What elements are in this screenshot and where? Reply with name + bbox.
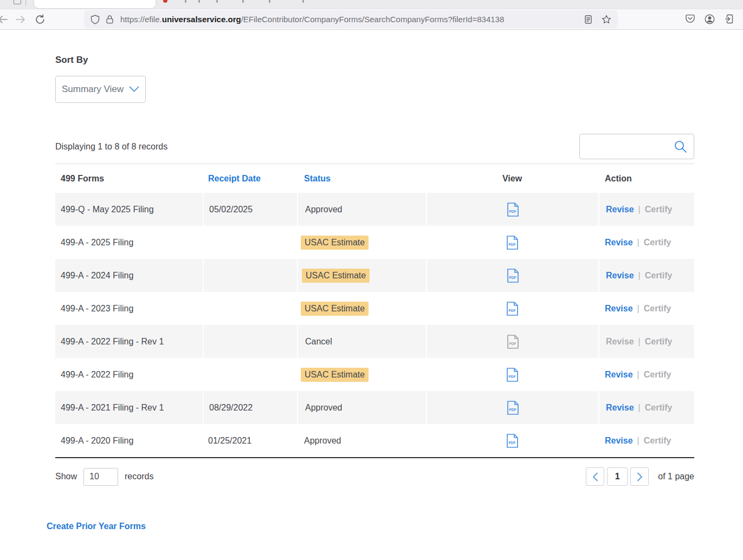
revise-link[interactable]: Revise — [606, 205, 634, 214]
pdf-icon[interactable]: PDF — [506, 367, 519, 382]
status-cell: Cancel — [297, 325, 426, 358]
back-button[interactable] — [0, 14, 8, 25]
header-receipt-date[interactable]: Receipt Date — [203, 164, 297, 193]
receipt-date: 05/02/2025 — [209, 205, 253, 214]
table-row: 499-A - 2022 Filing USAC Estimate PDF Re… — [55, 358, 694, 391]
certify-link: Certify — [645, 205, 673, 214]
active-tab[interactable] — [34, 0, 156, 8]
url-bar[interactable]: https://efile.universalservice.org/EFile… — [84, 10, 618, 28]
revise-link[interactable]: Revise — [605, 370, 633, 380]
form-name: 499-A - 2024 Filing — [61, 271, 133, 281]
status-cell: USAC Estimate — [297, 259, 426, 292]
shield-icon[interactable] — [91, 15, 100, 24]
status-cell: USAC Estimate — [297, 292, 426, 325]
header-action: Action — [598, 164, 694, 193]
view-cell: PDF — [426, 259, 598, 292]
action-cell: Revise | Certify — [598, 292, 694, 325]
table-footer: Show records 1 of 1 page — [55, 467, 694, 486]
reload-button[interactable] — [35, 14, 46, 25]
account-icon[interactable] — [705, 14, 715, 27]
tab-title-fragment — [198, 0, 200, 3]
url-scheme: https:// — [120, 15, 145, 24]
revise-link[interactable]: Revise — [606, 271, 634, 281]
form-name: 499-Q - May 2025 Filing — [61, 205, 154, 214]
pdf-icon[interactable]: PDF — [506, 433, 519, 448]
status-cell: USAC Estimate — [297, 358, 426, 391]
pdf-icon[interactable]: PDF — [507, 400, 519, 415]
page-size-control: Show records — [55, 468, 153, 486]
pocket-icon[interactable] — [685, 14, 695, 26]
status-cell: Approved — [297, 391, 426, 424]
status-value: USAC Estimate — [301, 236, 369, 250]
certify-link: Certify — [644, 304, 671, 314]
status-cell: Approved — [297, 424, 426, 457]
header-status[interactable]: Status — [297, 164, 426, 193]
revise-link[interactable]: Revise — [606, 403, 634, 413]
tab-title-fragment — [185, 0, 186, 3]
page-size-input[interactable] — [83, 468, 118, 486]
status-value: USAC Estimate — [302, 269, 370, 283]
form-name-cell: 499-Q - May 2025 Filing — [55, 193, 203, 226]
action-separator: | — [637, 304, 639, 314]
search-input[interactable] — [586, 142, 674, 152]
pdf-icon[interactable]: PDF — [507, 268, 519, 283]
revise-link[interactable]: Revise — [605, 238, 633, 248]
current-page-indicator[interactable]: 1 — [607, 467, 628, 486]
action-separator: | — [637, 370, 639, 380]
sort-view-dropdown[interactable]: Summary View — [55, 76, 146, 103]
form-name: 499-A - 2022 Filing — [61, 370, 133, 380]
arrow-left-icon — [0, 14, 8, 25]
action-cell: Revise | Certify — [598, 325, 694, 358]
pdf-icon: PDF — [507, 334, 519, 349]
svg-text:PDF: PDF — [509, 275, 516, 279]
records-toolbar: Displaying 1 to 8 of 8 records — [55, 134, 694, 159]
pdf-icon[interactable]: PDF — [507, 202, 519, 217]
sort-by-label: Sort By — [55, 55, 694, 66]
records-label: records — [125, 472, 153, 481]
receipt-date-cell — [203, 226, 297, 259]
revise-link[interactable]: Revise — [605, 304, 633, 314]
lock-icon[interactable] — [106, 15, 114, 24]
pdf-icon[interactable]: PDF — [506, 235, 519, 250]
table-row: 499-A - 2022 Filing - Rev 1 Cancel PDF R… — [55, 325, 694, 358]
sidebar-icon[interactable] — [725, 14, 734, 27]
arrow-right-icon — [16, 14, 27, 25]
pinned-tab-icon[interactable] — [14, 0, 21, 4]
receipt-date: 01/25/2021 — [208, 436, 251, 446]
form-name-cell: 499-A - 2022 Filing - Rev 1 — [55, 325, 203, 358]
url-path: /EFileContributor/CompanyForms/SearchCom… — [241, 15, 505, 24]
status-value: Approved — [305, 205, 343, 214]
url-text: https://efile.universalservice.org/EFile… — [120, 15, 584, 24]
svg-text:PDF: PDF — [508, 374, 515, 378]
star-icon[interactable] — [602, 15, 611, 24]
next-page-button[interactable] — [630, 467, 649, 486]
page-count-label: of 1 page — [658, 472, 694, 481]
reader-view-icon[interactable] — [584, 15, 592, 24]
revise-link[interactable]: Revise — [605, 436, 633, 446]
create-prior-year-forms-link[interactable]: Create Prior Year Forms — [47, 522, 146, 531]
view-cell: PDF — [426, 325, 598, 358]
certify-link: Certify — [645, 337, 673, 347]
header-view: View — [426, 164, 598, 193]
action-separator: | — [637, 238, 639, 248]
svg-text:PDF: PDF — [509, 341, 516, 345]
svg-text:PDF: PDF — [509, 209, 516, 213]
browser-chrome: https://efile.universalservice.org/EFile… — [0, 0, 743, 30]
svg-text:PDF: PDF — [509, 407, 516, 411]
form-name: 499-A - 2023 Filing — [61, 304, 133, 314]
svg-text:PDF: PDF — [508, 308, 515, 312]
receipt-date-cell: 05/02/2025 — [203, 193, 297, 226]
previous-page-button[interactable] — [586, 467, 604, 486]
table-row: 499-Q - May 2025 Filing 05/02/2025 Appro… — [55, 193, 694, 226]
certify-link: Certify — [644, 370, 671, 380]
svg-text:PDF: PDF — [508, 440, 515, 444]
forward-button[interactable] — [16, 14, 27, 25]
status-value: Cancel — [305, 337, 332, 347]
view-cell: PDF — [426, 226, 598, 259]
pdf-icon[interactable]: PDF — [506, 301, 519, 316]
table-header-row: 499 Forms Receipt Date Status View Actio… — [55, 164, 694, 193]
status-cell: Approved — [297, 193, 426, 226]
magnifier-icon[interactable] — [674, 140, 687, 153]
status-value: USAC Estimate — [301, 302, 369, 316]
sort-view-selected-value: Summary View — [62, 84, 124, 95]
